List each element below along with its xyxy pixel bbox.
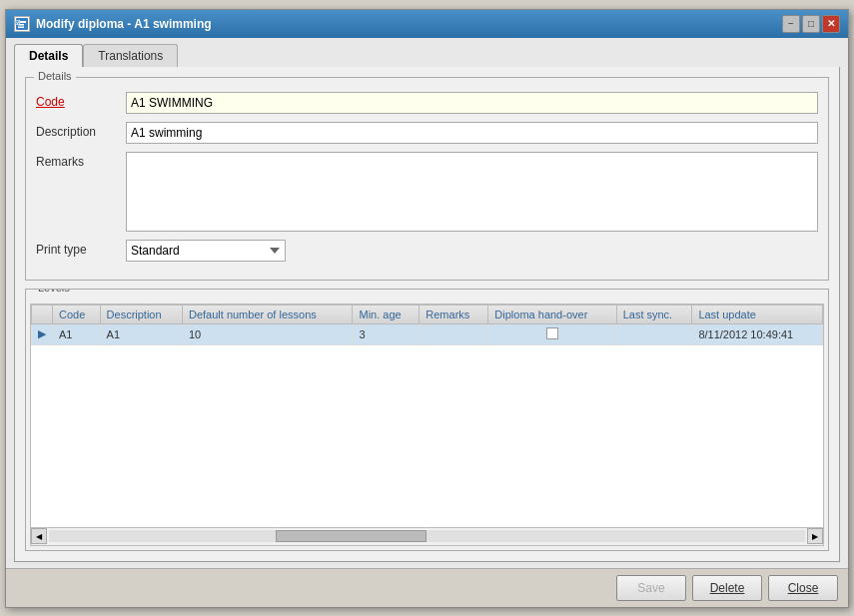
row-last-sync <box>616 323 692 344</box>
minimize-button[interactable]: − <box>782 15 800 33</box>
row-code: A1 <box>53 323 101 344</box>
col-arrow-header <box>32 305 53 323</box>
horizontal-scrollbar[interactable]: ◀ ▶ <box>30 528 824 546</box>
code-row: Code <box>36 92 818 114</box>
scrollbar-thumb[interactable] <box>276 530 427 542</box>
title-bar-left: Modify diploma - A1 swimming <box>14 16 212 32</box>
levels-table: Code Description Default number of lesso… <box>31 305 823 345</box>
svg-rect-3 <box>18 26 24 28</box>
close-button[interactable]: Close <box>768 575 838 601</box>
close-window-button[interactable]: ✕ <box>822 15 840 33</box>
details-group-label: Details <box>34 70 76 82</box>
window-title: Modify diploma - A1 swimming <box>36 17 212 31</box>
diploma-handover-checkbox[interactable] <box>546 327 558 339</box>
col-last-update-header[interactable]: Last update <box>692 305 823 323</box>
print-type-row: Print type Standard Custom None <box>36 240 818 262</box>
col-description-header[interactable]: Description <box>100 305 182 323</box>
row-min-age: 3 <box>353 323 420 344</box>
row-description: A1 <box>100 323 182 344</box>
description-row: Description <box>36 122 818 144</box>
remarks-row: Remarks <box>36 152 818 232</box>
description-input[interactable] <box>126 122 818 144</box>
remarks-label: Remarks <box>36 152 126 169</box>
delete-button[interactable]: Delete <box>692 575 762 601</box>
row-default-lessons: 10 <box>182 323 353 344</box>
row-diploma-handover <box>488 323 616 344</box>
tab-details[interactable]: Details <box>14 44 83 67</box>
save-button[interactable]: Save <box>616 575 686 601</box>
print-type-label: Print type <box>36 240 126 257</box>
tab-panel: Details Code Description Remarks <box>14 67 840 562</box>
maximize-button[interactable]: □ <box>802 15 820 33</box>
col-remarks-header[interactable]: Remarks <box>420 305 488 323</box>
table-header-row: Code Description Default number of lesso… <box>32 305 823 323</box>
scrollbar-track[interactable] <box>49 530 805 542</box>
scroll-right-button[interactable]: ▶ <box>807 528 823 544</box>
code-label: Code <box>36 92 126 109</box>
bottom-bar: Save Delete Close <box>6 568 848 607</box>
tab-translations[interactable]: Translations <box>83 44 178 67</box>
table-row[interactable]: ▶ A1 A1 10 3 8/11/2012 10:49:41 <box>32 323 823 344</box>
scroll-left-button[interactable]: ◀ <box>31 528 47 544</box>
main-window: Modify diploma - A1 swimming − □ ✕ Detai… <box>5 9 849 608</box>
code-input[interactable] <box>126 92 818 114</box>
row-last-update: 8/11/2012 10:49:41 <box>692 323 823 344</box>
print-type-select[interactable]: Standard Custom None <box>126 240 286 262</box>
levels-group-label: Levels <box>34 289 74 294</box>
details-group-box: Details Code Description Remarks <box>25 77 829 281</box>
row-remarks <box>420 323 488 344</box>
window-icon <box>14 16 30 32</box>
col-default-lessons-header[interactable]: Default number of lessons <box>182 305 353 323</box>
col-code-header[interactable]: Code <box>53 305 101 323</box>
description-label: Description <box>36 122 126 139</box>
title-buttons: − □ ✕ <box>782 15 840 33</box>
tab-bar: Details Translations <box>14 44 840 67</box>
col-min-age-header[interactable]: Min. age <box>353 305 420 323</box>
window-content: Details Translations Details Code Descri… <box>6 38 848 568</box>
row-arrow: ▶ <box>32 323 53 344</box>
title-bar: Modify diploma - A1 swimming − □ ✕ <box>6 10 848 38</box>
col-last-sync-header[interactable]: Last sync. <box>616 305 692 323</box>
levels-table-container[interactable]: Code Description Default number of lesso… <box>30 304 824 528</box>
levels-group-box: Levels Code Description Default number o… <box>25 289 829 551</box>
remarks-input[interactable] <box>126 152 818 232</box>
col-diploma-handover-header[interactable]: Diploma hand-over <box>488 305 616 323</box>
